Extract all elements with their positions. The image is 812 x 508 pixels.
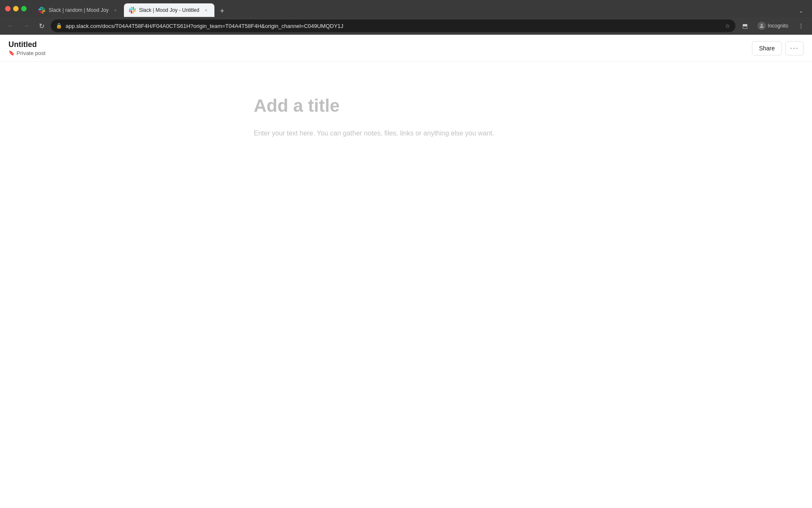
- split-screen-button[interactable]: ⬒: [739, 20, 751, 32]
- svg-point-0: [761, 24, 763, 26]
- browser-menu-icon: ⋮: [798, 22, 804, 29]
- new-tab-button[interactable]: +: [216, 5, 228, 17]
- tabs-bar: Slack | random | Mood Joy × Slack | Mood…: [33, 0, 807, 17]
- tab2-close-button[interactable]: ×: [203, 7, 209, 14]
- reload-icon: ↻: [39, 22, 44, 30]
- page-header-left: Untitled 🔖 Private post: [8, 40, 46, 56]
- tab1-title: Slack | random | Mood Joy: [49, 7, 109, 13]
- incognito-icon: [757, 22, 766, 30]
- forward-icon: →: [23, 22, 30, 30]
- url-text: app.slack.com/docs/T04A4T58F4H/F04A0CTS6…: [66, 23, 721, 29]
- share-button[interactable]: Share: [752, 41, 782, 55]
- browser-menu-button[interactable]: ⋮: [795, 20, 807, 32]
- page-header: Untitled 🔖 Private post Share ···: [0, 35, 812, 62]
- incognito-button[interactable]: Incognito: [754, 20, 792, 32]
- address-bar: ← → ↻ 🔒 app.slack.com/docs/T04A4T58F4H/F…: [0, 17, 812, 35]
- browser-chrome: Slack | random | Mood Joy × Slack | Mood…: [0, 0, 812, 35]
- minimize-window-button[interactable]: [13, 6, 19, 11]
- url-bar[interactable]: 🔒 app.slack.com/docs/T04A4T58F4H/F04A0CT…: [51, 19, 735, 32]
- tab2-title: Slack | Mood Joy - Untitled: [139, 7, 200, 13]
- private-post-label: Private post: [16, 50, 46, 56]
- tab-slack-random[interactable]: Slack | random | Mood Joy ×: [33, 3, 124, 17]
- page-subtitle: 🔖 Private post: [8, 50, 46, 56]
- doc-title-field[interactable]: Add a title: [254, 96, 558, 116]
- tab1-favicon: [38, 7, 45, 14]
- page-content: Untitled 🔖 Private post Share ··· Add a …: [0, 35, 812, 491]
- lock-icon: 🔒: [56, 23, 62, 29]
- back-button[interactable]: ←: [5, 20, 17, 32]
- title-bar: Slack | random | Mood Joy × Slack | Mood…: [0, 0, 812, 17]
- back-icon: ←: [8, 22, 14, 30]
- page-header-right: Share ···: [752, 41, 804, 55]
- maximize-window-button[interactable]: [21, 6, 27, 11]
- private-post-icon: 🔖: [8, 50, 15, 56]
- close-window-button[interactable]: [5, 6, 11, 11]
- split-screen-icon: ⬒: [742, 22, 748, 29]
- forward-button[interactable]: →: [20, 20, 32, 32]
- bookmark-star-icon[interactable]: ☆: [725, 22, 730, 29]
- tab1-close-button[interactable]: ×: [112, 7, 119, 14]
- traffic-lights: [5, 6, 27, 11]
- doc-body-field[interactable]: Enter your text here. You can gather not…: [254, 128, 558, 139]
- page-title: Untitled: [8, 40, 46, 49]
- incognito-label: Incognito: [768, 23, 788, 29]
- tab2-favicon: [129, 7, 136, 14]
- tab-list-button[interactable]: ⌄: [795, 5, 807, 17]
- tab-slack-untitled[interactable]: Slack | Mood Joy - Untitled ×: [124, 3, 215, 17]
- more-options-button[interactable]: ···: [785, 41, 804, 55]
- reload-button[interactable]: ↻: [36, 20, 47, 32]
- document-area: Add a title Enter your text here. You ca…: [237, 62, 575, 173]
